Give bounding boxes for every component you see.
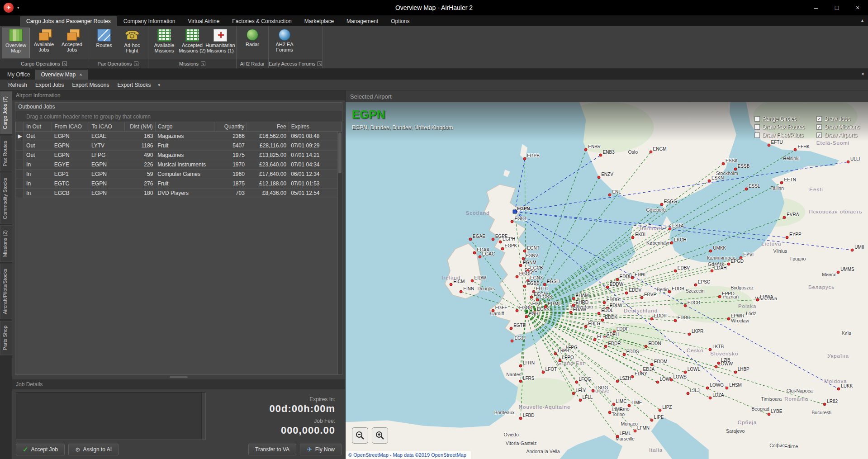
map-layer-checkbox[interactable]: Draw Fleet/Pilots [754,132,805,138]
airport-marker[interactable] [515,309,518,312]
airport-marker[interactable] [756,298,759,301]
airport-marker[interactable] [491,238,494,241]
column-header[interactable]: Expires [289,122,342,131]
airport-marker[interactable] [722,162,725,166]
airport-marker[interactable] [785,236,788,239]
airport-marker[interactable] [767,144,770,147]
airport-marker[interactable] [650,363,653,366]
transfer-to-va-button[interactable]: Transfer to VA [248,444,296,455]
airport-marker[interactable] [523,284,526,288]
airport-marker[interactable] [554,352,557,355]
airport-marker[interactable] [606,286,609,289]
group-dialog-launcher-icon[interactable]: ↘ [62,62,67,66]
accept-job-button[interactable]: ✓ Accept Job [16,444,65,455]
airport-marker[interactable] [727,262,730,265]
airport-marker[interactable] [734,371,737,374]
fly-now-button[interactable]: ✈ Fly Now [300,444,342,455]
airport-marker[interactable] [686,392,689,395]
ribbon-button[interactable]: Available Jobs [30,28,58,58]
airport-marker[interactable] [519,416,522,420]
airport-marker[interactable] [579,398,582,402]
zoom-in-button[interactable] [372,427,388,444]
airport-marker[interactable] [837,388,840,391]
airport-marker[interactable] [656,381,659,384]
airport-marker[interactable] [709,348,712,351]
ribbon-tab[interactable]: Factories & Construction [226,16,298,26]
airport-marker[interactable] [707,179,711,182]
airport-marker[interactable] [622,353,626,356]
airport-marker[interactable] [669,378,673,381]
overview-map[interactable]: ScotlandIrelandDanmarkEestiLietuvaБелару… [346,90,868,459]
side-tab[interactable]: Aircraft/Pilots/Stocks [0,264,12,319]
maximize-button[interactable]: □ [826,0,847,15]
column-header[interactable]: To ICAO [89,122,124,131]
ribbon-button[interactable]: Radar [238,28,266,58]
airport-marker[interactable] [783,216,786,219]
airport-marker[interactable] [714,365,717,369]
airport-marker[interactable] [683,371,687,374]
airport-marker[interactable] [674,319,677,322]
airport-marker[interactable] [709,396,712,399]
airport-marker[interactable] [631,236,635,239]
ribbon-button[interactable]: ☎Ad-hoc Flight [118,28,146,58]
airport-marker[interactable] [572,304,575,307]
ribbon-button[interactable]: Accepted Jobs [58,28,86,58]
ribbon-tab[interactable]: Virtual Airline [182,16,226,26]
airport-marker[interactable] [470,279,474,282]
panel-splitter[interactable] [12,375,345,379]
airport-marker[interactable] [616,278,619,281]
airport-marker[interactable] [649,151,652,154]
column-header[interactable]: Dist (NM) [124,122,155,131]
side-tab[interactable]: Parts Shop [0,321,12,355]
table-row[interactable]: OutEGPNLFPG490Magazines1975£13,825.0007/… [16,150,342,160]
airport-marker[interactable] [572,297,575,300]
map-layer-checkbox[interactable]: Range Circles [754,116,805,122]
table-row[interactable]: InEGTCEGPN276Fruit1875£12,188.0007/01 01… [16,179,342,188]
airport-marker[interactable] [541,371,545,374]
airport-marker[interactable] [584,148,588,151]
airport-marker[interactable] [604,345,607,348]
map-layer-checkbox[interactable]: Draw Pax Routes [754,124,805,130]
ribbon-button[interactable]: Humanitarian Missions (1) [206,28,234,58]
airport-marker[interactable] [612,403,615,406]
airport-marker[interactable] [650,317,653,321]
airport-marker[interactable] [478,255,481,258]
airport-marker[interactable] [602,301,606,304]
map-attribution[interactable]: © OpenStreetMap - Map data ©2019 OpenStr… [346,451,471,459]
airport-marker[interactable] [530,296,533,299]
airport-marker[interactable] [608,411,612,414]
column-header[interactable]: Cargo [155,122,214,131]
ribbon-button[interactable]: Routes [90,28,118,58]
airport-marker[interactable] [616,435,619,438]
airport-marker[interactable] [575,381,578,384]
airport-marker[interactable] [706,386,709,389]
ribbon-tab[interactable]: Cargo Jobs and Passenger Routes [20,16,117,26]
group-dialog-launcher-icon[interactable]: ↘ [201,62,205,66]
airport-marker[interactable] [767,413,770,416]
airport-marker[interactable] [608,194,612,197]
zoom-out-button[interactable] [352,427,368,444]
airport-marker[interactable] [645,345,648,348]
airport-marker[interactable] [710,269,713,272]
airport-marker[interactable] [851,248,854,251]
airport-marker[interactable] [726,386,729,389]
side-tab[interactable]: Cargo Jobs (7) [0,91,12,134]
airport-marker[interactable] [633,430,636,433]
notes-scrollbar[interactable] [201,393,205,440]
airport-marker[interactable] [727,317,730,321]
airport-marker[interactable] [498,240,502,243]
table-row[interactable]: ▶OutEGPNEGAE163Magazines2366£16,562.0006… [16,131,342,141]
side-tab[interactable]: Commodity Stocks [0,173,12,224]
ribbon-button[interactable]: Accepted Missions (2) [178,28,206,58]
document-tab[interactable]: Overview Map× [35,70,87,80]
airport-marker[interactable] [717,362,720,365]
toolbar-button[interactable]: Export Jobs [32,80,67,90]
airport-marker[interactable] [734,168,737,171]
airport-marker[interactable] [616,380,619,383]
assign-to-ai-button[interactable]: ⚙ Assign to AI [68,444,119,455]
airport-marker[interactable] [674,269,677,272]
side-tab[interactable]: Pax Routes [0,136,12,171]
ribbon-tab[interactable]: Marketplace [298,16,340,26]
airport-marker[interactable] [794,148,797,151]
selected-airport-marker[interactable] [513,210,517,214]
